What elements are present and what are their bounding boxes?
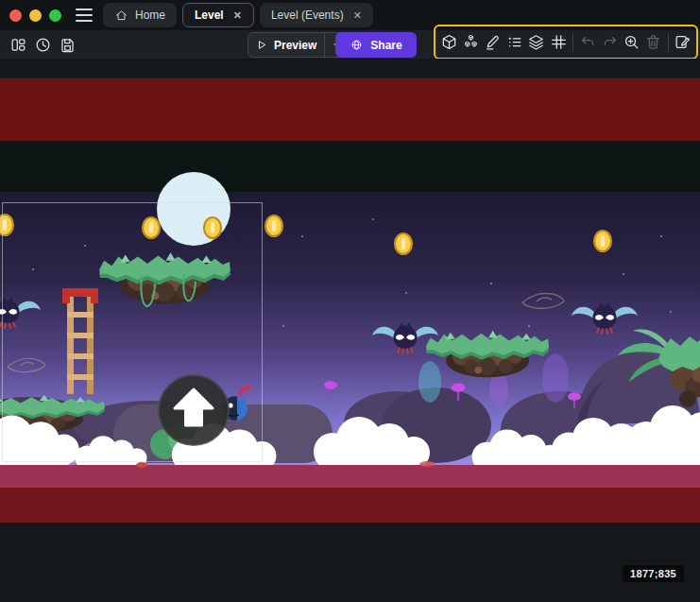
project-panels-button[interactable] bbox=[8, 33, 29, 56]
share-button[interactable]: Share bbox=[335, 32, 417, 58]
close-tab-icon[interactable]: ✕ bbox=[233, 9, 242, 22]
delete-button[interactable] bbox=[643, 31, 664, 54]
play-icon bbox=[256, 39, 268, 51]
application-window: Home Level ✕ Level (Events) ✕ Preview bbox=[0, 0, 700, 602]
hamburger-menu-icon[interactable] bbox=[76, 9, 93, 22]
maximize-window-button[interactable] bbox=[49, 9, 61, 22]
tab-level-events[interactable]: Level (Events) ✕ bbox=[260, 3, 373, 27]
undo-button[interactable] bbox=[577, 31, 598, 54]
history-button[interactable] bbox=[32, 33, 54, 56]
paint-brush-button[interactable] bbox=[482, 31, 503, 54]
tab-bar: Home Level ✕ Level (Events) ✕ bbox=[103, 3, 373, 27]
toolbar-separator bbox=[668, 33, 669, 52]
trash-icon bbox=[644, 33, 662, 51]
lower-crimson-band bbox=[0, 465, 700, 488]
tab-label: Level (Events) bbox=[271, 9, 344, 22]
close-tab-icon[interactable]: ✕ bbox=[353, 9, 362, 22]
layers-icon bbox=[527, 33, 545, 51]
tab-label: Level bbox=[195, 9, 224, 22]
pencil-icon bbox=[484, 33, 502, 51]
panels-icon bbox=[9, 36, 27, 54]
top-red-band bbox=[0, 78, 700, 141]
redo-button[interactable] bbox=[599, 31, 620, 54]
instances-panel-button[interactable] bbox=[504, 31, 525, 54]
main-toolbar: Preview Share bbox=[0, 30, 700, 59]
upper-dark-band bbox=[0, 141, 700, 192]
paint-drip bbox=[419, 461, 435, 467]
coin-instance[interactable] bbox=[265, 215, 282, 236]
edit-document-icon bbox=[674, 33, 691, 51]
undo-icon bbox=[579, 33, 597, 51]
zoom-button[interactable] bbox=[621, 31, 641, 54]
zoom-in-icon bbox=[623, 33, 640, 51]
coin-instance[interactable] bbox=[594, 231, 611, 251]
tab-label: Home bbox=[135, 9, 165, 22]
home-icon bbox=[114, 9, 128, 23]
cube-icon bbox=[440, 33, 458, 51]
toolbar-separator bbox=[572, 33, 573, 52]
scene-properties-button[interactable] bbox=[673, 31, 693, 54]
coin-instance[interactable] bbox=[395, 233, 412, 254]
coin-instance[interactable] bbox=[204, 217, 221, 238]
highlighted-tool-group bbox=[434, 25, 698, 60]
ground-red-band bbox=[0, 488, 700, 523]
objects-panel-button[interactable] bbox=[438, 31, 459, 54]
tab-home[interactable]: Home bbox=[103, 3, 177, 27]
preview-label: Preview bbox=[274, 39, 316, 52]
coin-instance[interactable] bbox=[143, 217, 160, 238]
jump-control-overlay[interactable] bbox=[159, 375, 229, 445]
grid-icon bbox=[550, 33, 568, 51]
tab-level[interactable]: Level ✕ bbox=[182, 3, 254, 27]
scene-canvas[interactable]: 1877;835 bbox=[0, 59, 700, 602]
paint-drip bbox=[136, 462, 147, 468]
scene-render[interactable] bbox=[0, 59, 700, 602]
instance-list-icon bbox=[505, 33, 523, 51]
globe-icon bbox=[350, 38, 364, 52]
minimize-window-button[interactable] bbox=[29, 9, 42, 22]
share-label: Share bbox=[370, 39, 401, 52]
cube-group-icon bbox=[462, 33, 480, 51]
close-window-button[interactable] bbox=[9, 9, 22, 22]
left-tool-group bbox=[8, 33, 78, 56]
window-controls bbox=[9, 9, 61, 22]
layers-panel-button[interactable] bbox=[526, 31, 547, 54]
toggle-grid-button[interactable] bbox=[548, 31, 569, 54]
redo-icon bbox=[601, 33, 619, 51]
cursor-coordinates-badge: 1877;835 bbox=[623, 565, 684, 582]
save-icon bbox=[59, 36, 77, 54]
save-button[interactable] bbox=[57, 33, 78, 56]
history-clock-icon bbox=[34, 36, 52, 54]
object-groups-panel-button[interactable] bbox=[460, 31, 481, 54]
